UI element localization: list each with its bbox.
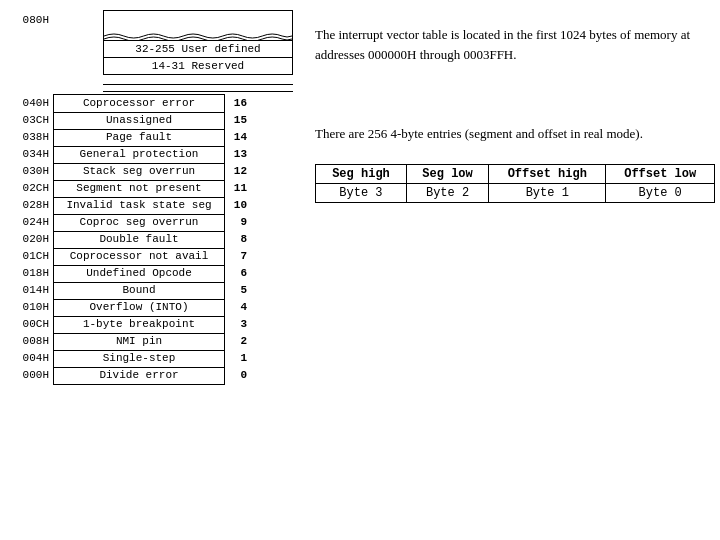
int-name-cell: General protection [53, 146, 225, 164]
int-row: 008HNMI pin2 [5, 333, 295, 350]
interrupt-table: 040HCoprocessor error1603CHUnassigned150… [5, 95, 295, 384]
addr-label: 00CH [5, 316, 53, 333]
right-panel: The interrupt vector table is located in… [295, 10, 715, 530]
seg-offset-table: Seg highSeg lowOffset highOffset lowByte… [315, 164, 715, 203]
int-name-cell: Coprocessor not avail [53, 248, 225, 266]
int-row: 03CHUnassigned15 [5, 112, 295, 129]
seg-offset-value: Byte 2 [406, 183, 488, 202]
int-num: 7 [225, 248, 247, 265]
main-container: 080H 32-255 User defined 14-31 Reserved … [0, 0, 720, 540]
int-row: 028HInvalid task state seg10 [5, 197, 295, 214]
int-name-cell: Bound [53, 282, 225, 300]
seg-offset-header: Offset low [606, 164, 715, 183]
addr-label: 03CH [5, 112, 53, 129]
int-num: 15 [225, 112, 247, 129]
int-row: 02CHSegment not present11 [5, 180, 295, 197]
addr-label: 040H [5, 95, 53, 112]
addr-label: 034H [5, 146, 53, 163]
int-row: 020HDouble fault8 [5, 231, 295, 248]
int-row: 004HSingle-step1 [5, 350, 295, 367]
int-num: 13 [225, 146, 247, 163]
int-row: 018HUndefined Opcode6 [5, 265, 295, 282]
int-num: 9 [225, 214, 247, 231]
int-row: 010HOverflow (INTO)4 [5, 299, 295, 316]
addr-label: 030H [5, 163, 53, 180]
int-name-cell: Double fault [53, 231, 225, 249]
addr-label: 02CH [5, 180, 53, 197]
int-name-cell: Single-step [53, 350, 225, 368]
int-row: 00CH1-byte breakpoint3 [5, 316, 295, 333]
int-name-cell: Invalid task state seg [53, 197, 225, 215]
addr-label: 014H [5, 282, 53, 299]
int-num: 16 [225, 95, 247, 112]
int-name-cell: 1-byte breakpoint [53, 316, 225, 334]
int-num: 3 [225, 316, 247, 333]
seg-offset-header: Seg high [316, 164, 407, 183]
int-num: 10 [225, 197, 247, 214]
int-num: 11 [225, 180, 247, 197]
int-name-cell: Coprocessor error [53, 94, 225, 113]
seg-offset-header: Offset high [489, 164, 606, 183]
addr-label: 020H [5, 231, 53, 248]
int-num: 6 [225, 265, 247, 282]
int-num: 5 [225, 282, 247, 299]
addr-label: 038H [5, 129, 53, 146]
addr-label: 010H [5, 299, 53, 316]
int-row: 038HPage fault14 [5, 129, 295, 146]
seg-offset-value: Byte 1 [489, 183, 606, 202]
gap-line [103, 81, 293, 95]
seg-offset-value: Byte 0 [606, 183, 715, 202]
int-row: 01CHCoprocessor not avail7 [5, 248, 295, 265]
seg-offset-header: Seg low [406, 164, 488, 183]
addr-080h-label: 080H [5, 12, 53, 29]
top-boxes: 32-255 User defined 14-31 Reserved [103, 10, 293, 75]
int-name-cell: NMI pin [53, 333, 225, 351]
addr-label: 028H [5, 197, 53, 214]
addr-label: 004H [5, 350, 53, 367]
left-panel: 080H 32-255 User defined 14-31 Reserved … [5, 10, 295, 530]
wavy-area [103, 10, 293, 40]
int-num: 8 [225, 231, 247, 248]
addr-label: 01CH [5, 248, 53, 265]
int-row: 040HCoprocessor error16 [5, 95, 295, 112]
int-name-cell: Divide error [53, 367, 225, 385]
seg-offset-value: Byte 3 [316, 183, 407, 202]
addr-label: 000H [5, 367, 53, 384]
description-text-2: There are 256 4-byte entries (segment an… [315, 124, 715, 144]
description-text-1: The interrupt vector table is located in… [315, 25, 715, 64]
int-num: 4 [225, 299, 247, 316]
int-name-cell: Segment not present [53, 180, 225, 198]
addr-label: 008H [5, 333, 53, 350]
int-name-cell: Unassigned [53, 112, 225, 130]
user-defined-box: 32-255 User defined [103, 40, 293, 58]
int-row: 034HGeneral protection13 [5, 146, 295, 163]
int-name-cell: Undefined Opcode [53, 265, 225, 283]
int-num: 14 [225, 129, 247, 146]
int-name-cell: Coproc seg overrun [53, 214, 225, 232]
int-name-cell: Overflow (INTO) [53, 299, 225, 317]
addr-label: 024H [5, 214, 53, 231]
int-num: 1 [225, 350, 247, 367]
int-row: 024HCoproc seg overrun9 [5, 214, 295, 231]
int-row: 014HBound5 [5, 282, 295, 299]
int-num: 2 [225, 333, 247, 350]
addr-label: 018H [5, 265, 53, 282]
int-row: 030HStack seg overrun12 [5, 163, 295, 180]
int-row: 000HDivide error0 [5, 367, 295, 384]
int-name-cell: Stack seg overrun [53, 163, 225, 181]
reserved-box: 14-31 Reserved [103, 58, 293, 75]
int-name-cell: Page fault [53, 129, 225, 147]
int-num: 12 [225, 163, 247, 180]
int-num: 0 [225, 367, 247, 384]
